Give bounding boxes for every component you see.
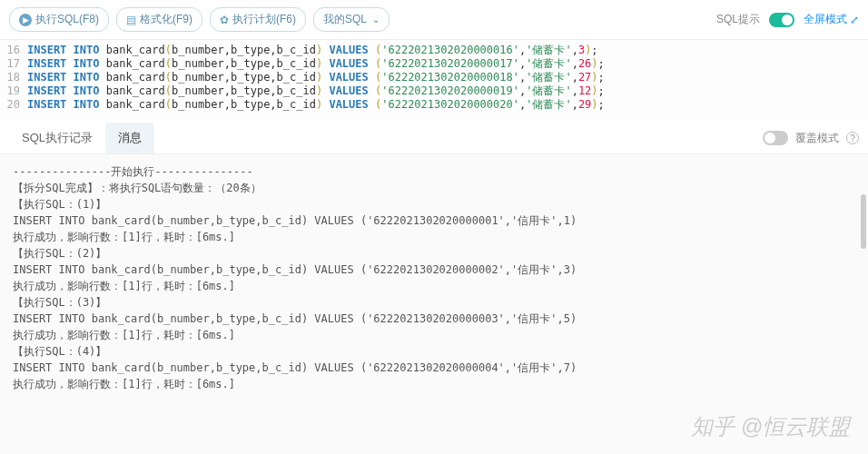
format-icon: ▤ [126, 14, 136, 26]
plan-icon: ✿ [220, 14, 229, 26]
fullscreen-link[interactable]: 全屏模式 ⤢ [804, 12, 859, 27]
tab-history[interactable]: SQL执行记录 [9, 123, 105, 153]
result-tabs: SQL执行记录 消息 覆盖模式 ? [0, 123, 868, 154]
output-panel[interactable]: ---------------开始执行---------------【拆分SQL… [0, 154, 868, 454]
editor-line[interactable]: 17INSERT INTO bank_card(b_number,b_type,… [0, 57, 868, 71]
output-sql: INSERT INTO bank_card(b_number,b_type,b_… [13, 360, 855, 376]
play-icon: ▶ [19, 14, 32, 26]
output-result: 执行成功，影响行数：[1]行，耗时：[6ms.] [13, 376, 855, 392]
expand-icon: ⤢ [850, 14, 859, 26]
sql-hint-label: SQL提示 [716, 12, 760, 27]
sql-hint-toggle[interactable] [769, 13, 794, 27]
scrollbar[interactable] [861, 194, 866, 249]
editor-line[interactable]: 20INSERT INTO bank_card(b_number,b_type,… [0, 98, 868, 112]
output-sql: INSERT INTO bank_card(b_number,b_type,b_… [13, 212, 855, 229]
toolbar: ▶执行SQL(F8) ▤格式化(F9) ✿执行计划(F6) 我的SQL SQL提… [0, 0, 868, 40]
output-block-header: 【执行SQL：(3)】 [13, 294, 855, 311]
editor-line[interactable]: 18INSERT INTO bank_card(b_number,b_type,… [0, 71, 868, 84]
overwrite-label: 覆盖模式 [795, 131, 839, 146]
overwrite-toggle[interactable] [763, 131, 788, 145]
toolbar-right: SQL提示 全屏模式 ⤢ [716, 12, 859, 27]
output-start: ---------------开始执行--------------- [13, 163, 855, 180]
help-icon[interactable]: ? [846, 132, 859, 144]
output-result: 执行成功，影响行数：[1]行，耗时：[6ms.] [13, 229, 855, 245]
format-button[interactable]: ▤格式化(F9) [116, 7, 202, 32]
output-split-summary: 【拆分SQL完成】：将执行SQL语句数量：（20条） [13, 180, 855, 196]
output-sql: INSERT INTO bank_card(b_number,b_type,b_… [13, 311, 855, 327]
editor-line[interactable]: 16INSERT INTO bank_card(b_number,b_type,… [0, 44, 868, 57]
tab-message[interactable]: 消息 [105, 123, 154, 153]
output-block-header: 【执行SQL：(2)】 [13, 245, 855, 262]
output-block-header: 【执行SQL：(1)】 [13, 196, 855, 212]
execute-sql-button[interactable]: ▶执行SQL(F8) [9, 7, 109, 32]
sql-editor[interactable]: 16INSERT INTO bank_card(b_number,b_type,… [0, 40, 868, 119]
output-sql: INSERT INTO bank_card(b_number,b_type,b_… [13, 262, 855, 278]
output-result: 执行成功，影响行数：[1]行，耗时：[6ms.] [13, 278, 855, 294]
button-group: ▶执行SQL(F8) ▤格式化(F9) ✿执行计划(F6) 我的SQL [9, 7, 390, 32]
my-sql-dropdown[interactable]: 我的SQL [313, 7, 390, 32]
output-result: 执行成功，影响行数：[1]行，耗时：[6ms.] [13, 327, 855, 343]
explain-plan-button[interactable]: ✿执行计划(F6) [210, 7, 306, 32]
editor-line[interactable]: 19INSERT INTO bank_card(b_number,b_type,… [0, 84, 868, 98]
output-block-header: 【执行SQL：(4)】 [13, 343, 855, 360]
